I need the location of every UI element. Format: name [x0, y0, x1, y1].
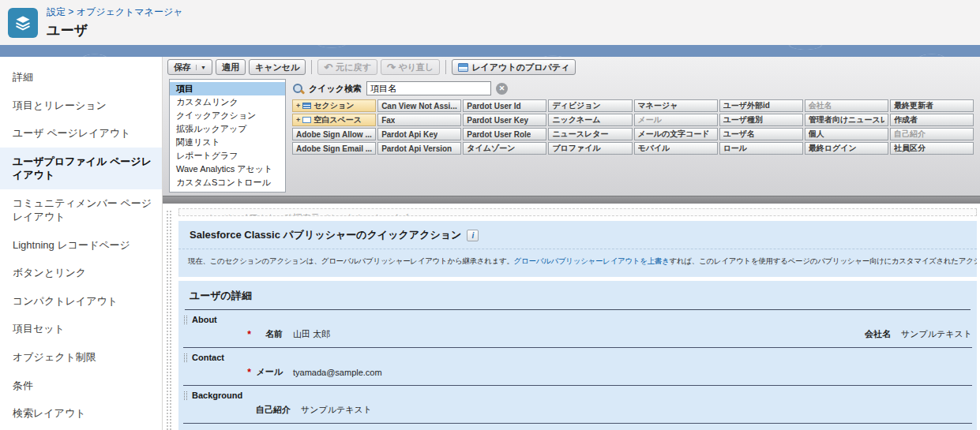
- palette-field-label: Pardot User Role: [467, 130, 531, 139]
- palette-field[interactable]: +セクション: [292, 99, 376, 112]
- redo-button[interactable]: ↷ やり直し: [381, 59, 441, 75]
- palette-field[interactable]: 社員区分: [890, 142, 974, 155]
- sidebar-item[interactable]: 項目セット: [0, 315, 162, 343]
- drag-handle-icon[interactable]: [184, 316, 187, 324]
- subsection-contact-label: Contact: [192, 353, 224, 362]
- palette-field[interactable]: 自己紹介: [890, 128, 974, 140]
- palette-field[interactable]: ユーザ外部id: [719, 99, 803, 112]
- apply-button[interactable]: 適用: [216, 59, 246, 75]
- field-about-me[interactable]: 自己紹介 サンプルテキスト: [178, 404, 372, 416]
- palette-field-label: マネージャ: [638, 100, 678, 111]
- palette-field[interactable]: 最終ログイン: [805, 142, 888, 155]
- palette-field[interactable]: Pardot User Role: [463, 128, 546, 140]
- subsection-about-label: About: [192, 315, 217, 324]
- subsection-contact[interactable]: Contact * メール tyamada@sample.com: [178, 348, 977, 385]
- sidebar-item[interactable]: 検索レイアウト: [0, 399, 162, 428]
- sidebar-item[interactable]: Salesforce Classic の検索レイ: [0, 428, 162, 430]
- page-title: ユーザ: [47, 21, 183, 39]
- palette-field[interactable]: ユーザ種別: [719, 114, 803, 126]
- sidebar-item[interactable]: ユーザプロファイル ページレイアウト: [0, 148, 162, 189]
- save-button[interactable]: 保存 ▼: [167, 59, 212, 75]
- palette-category-list: 項目カスタムリンククイックアクション拡張ルックアップ関連リストレポートグラフWa…: [169, 79, 286, 193]
- cancel-button[interactable]: キャンセル: [249, 59, 306, 75]
- layout-properties-button[interactable]: レイアウトのプロパティ: [452, 59, 576, 75]
- field-label: 名前: [256, 328, 283, 340]
- palette-field[interactable]: 最終更新者: [890, 99, 974, 112]
- blank-space-icon: [302, 117, 311, 123]
- palette-field[interactable]: ディビジョン: [548, 99, 632, 112]
- palette-field-label: 最終ログイン: [809, 143, 857, 154]
- sidebar-item[interactable]: ボタンとリンク: [0, 259, 162, 287]
- chevron-down-icon[interactable]: ▼: [196, 65, 206, 70]
- field-email[interactable]: * メール tyamada@sample.com: [178, 366, 382, 378]
- palette-field[interactable]: ユーザ名: [719, 128, 803, 140]
- palette-field[interactable]: ロール: [719, 142, 803, 155]
- palette-field[interactable]: 会社名: [805, 99, 888, 112]
- palette-category-item[interactable]: カスタムリンク: [170, 95, 285, 109]
- sidebar-item[interactable]: ユーザ ページレイアウト: [0, 119, 162, 148]
- palette-category-item[interactable]: 拡張ルックアップ: [170, 122, 285, 136]
- palette-field-label: メールの文字コード: [638, 129, 710, 140]
- palette-field[interactable]: Fax: [377, 114, 461, 126]
- decorative-band: [0, 45, 980, 57]
- palette-category-item[interactable]: 項目: [170, 82, 285, 95]
- sidebar-item[interactable]: 項目とリレーション: [0, 92, 162, 120]
- sidebar-item[interactable]: オブジェクト制限: [0, 343, 162, 372]
- sidebar-item[interactable]: コンパクトレイアウト: [0, 287, 162, 316]
- palette-field-label: 空白スペース: [314, 114, 362, 125]
- subsection-background[interactable]: Background 自己紹介 サンプルテキスト: [178, 386, 977, 423]
- quick-search-input[interactable]: [366, 81, 491, 95]
- breadcrumb[interactable]: 設定 > オブジェクトマネージャ: [47, 6, 183, 19]
- palette-field[interactable]: 管理者向けニュースレター: [805, 114, 888, 126]
- palette-field[interactable]: Pardot User Key: [463, 114, 546, 126]
- field-company[interactable]: 会社名 サンプルテキスト: [860, 328, 977, 340]
- palette-category-item[interactable]: Wave Analytics アセット: [170, 163, 285, 176]
- palette-field-label: ディビジョン: [552, 100, 600, 111]
- palette-field[interactable]: 作成者: [890, 114, 974, 126]
- palette-field[interactable]: プロファイル: [548, 142, 632, 155]
- global-publisher-layout-link[interactable]: グローバルパブリッシャーレイアウトを上書き: [514, 256, 670, 265]
- palette-category-item[interactable]: 関連リスト: [170, 136, 285, 149]
- palette-field[interactable]: Can View Not Assi...: [377, 99, 461, 112]
- sidebar-item[interactable]: Lightning レコードページ: [0, 231, 162, 260]
- quick-search: クイック検索 ✕: [292, 79, 975, 98]
- quick-actions-title: Salesforce Classic パブリッシャーのクイックアクション: [190, 228, 461, 242]
- subsection-custom-links[interactable]: カスタムリンク (詳細ページにのみヘッダーを表示): [178, 424, 977, 430]
- palette-field[interactable]: Adobe Sign Email ...: [292, 142, 376, 155]
- palette-field[interactable]: メールの文字コード: [634, 128, 718, 140]
- palette-field-label: 最終更新者: [894, 100, 933, 111]
- palette-field[interactable]: Pardot Api Version: [377, 142, 461, 155]
- palette-field[interactable]: Pardot Api Key: [377, 128, 461, 140]
- info-icon[interactable]: i: [467, 230, 479, 241]
- sidebar-item[interactable]: 条件: [0, 372, 162, 400]
- field-label: メール: [256, 366, 283, 378]
- palette-category-item[interactable]: クイックアクション: [170, 109, 285, 122]
- plus-icon: +: [296, 116, 300, 124]
- palette-field-label: Pardot User Key: [467, 116, 528, 125]
- palette-field[interactable]: 個人: [805, 128, 888, 140]
- toolbar-separator: [445, 60, 446, 74]
- palette-field[interactable]: メール: [634, 114, 718, 126]
- palette-field[interactable]: Adobe Sign Allow ...: [292, 128, 376, 140]
- drag-handle-icon[interactable]: [184, 391, 187, 400]
- sidebar-item[interactable]: コミュニティメンバー ページレイアウト: [0, 189, 162, 231]
- field-value: サンプルテキスト: [301, 404, 372, 416]
- field-palette-grid: +セクションCan View Not Assi...Pardot User Id…: [292, 99, 974, 155]
- drag-handle-icon[interactable]: [184, 353, 187, 362]
- palette-field[interactable]: ニックネーム: [548, 114, 632, 126]
- field-label: 自己紹介: [256, 404, 291, 416]
- field-name[interactable]: * 名前 山田 太郎: [178, 328, 330, 340]
- sidebar-item[interactable]: 詳細: [0, 63, 162, 92]
- palette-field[interactable]: マネージャ: [634, 99, 718, 112]
- clear-search-icon[interactable]: ✕: [496, 83, 508, 95]
- palette-field[interactable]: +空白スペース: [292, 114, 376, 126]
- highlight-panel-bar[interactable]: このページレイアウトの強調表示パネルをカスタマイズ...: [178, 208, 977, 216]
- palette-field[interactable]: モバイル: [634, 142, 718, 155]
- palette-category-item[interactable]: カスタムSコントロール: [170, 176, 285, 189]
- palette-field[interactable]: ニュースレター: [548, 128, 632, 140]
- palette-field[interactable]: タイムゾーン: [463, 142, 546, 155]
- palette-field[interactable]: Pardot User Id: [463, 99, 546, 112]
- palette-category-item[interactable]: レポートグラフ: [170, 149, 285, 163]
- subsection-about[interactable]: About * 名前 山田 太郎 会社名 サンプルテキスト: [178, 310, 977, 347]
- undo-button[interactable]: ↶ 元に戻す: [317, 59, 377, 75]
